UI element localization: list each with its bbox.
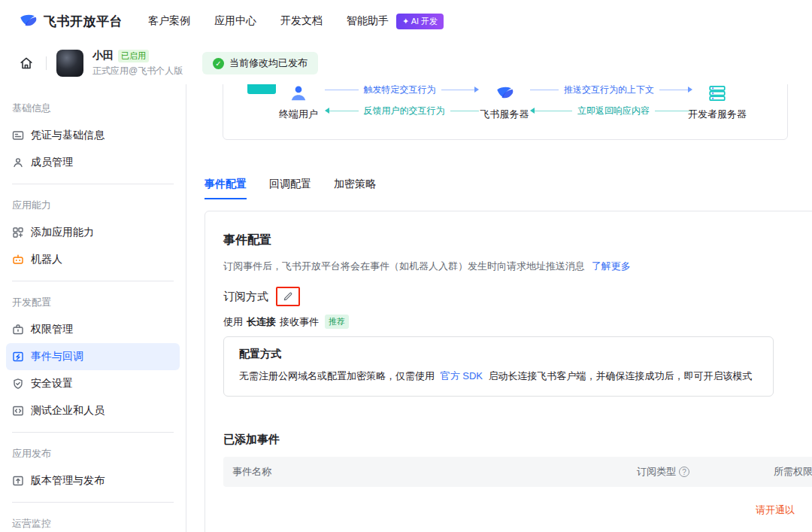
events-table-header: 事件名称 订阅类型 ? 所需权限 xyxy=(223,457,812,487)
column-required-permission: 所需权限 xyxy=(774,457,812,487)
brand[interactable]: 飞书开放平台 xyxy=(18,11,123,31)
sidebar-item-label: 安全设置 xyxy=(31,377,73,391)
event-callback-icon xyxy=(12,351,24,363)
subscription-mode-label: 订阅方式 xyxy=(223,290,268,304)
nav-item-docs[interactable]: 开发文档 xyxy=(280,14,323,28)
subscription-mode-row: 订阅方式 xyxy=(223,287,300,306)
annotation-red-box xyxy=(276,287,300,306)
top-nav-items: 客户案例 应用中心 开发文档 智能助手 xyxy=(148,14,389,28)
home-icon xyxy=(19,56,34,71)
app-subtitle: 正式应用@飞书个人版 xyxy=(92,65,189,78)
config-method-box: 配置方式 无需注册公网域名或配置加密策略，仅需使用 官方 SDK 启动长连接飞书… xyxy=(223,336,774,397)
brand-name: 飞书开放平台 xyxy=(44,13,123,30)
sidebar-item-label: 事件与回调 xyxy=(31,350,83,363)
current-mode-row: 使用 长连接 接收事件 推荐 xyxy=(223,315,349,329)
tab-event-config[interactable]: 事件配置 xyxy=(205,178,247,199)
sidebar-section-basic: 基础信息 xyxy=(0,95,186,122)
config-method-text: 无需注册公网域名或配置加密策略，仅需使用 官方 SDK 启动长连接飞书客户端，并… xyxy=(239,369,758,383)
sidebar-item-credentials[interactable]: 凭证与基础信息 xyxy=(6,122,180,149)
sidebar-item-label: 成员管理 xyxy=(31,156,73,169)
sidebar-item-members[interactable]: 成员管理 xyxy=(6,149,180,176)
divider xyxy=(12,502,174,503)
app-avatar xyxy=(56,50,83,77)
permission-notice: 请开通以 xyxy=(756,503,795,517)
recommend-badge: 推荐 xyxy=(325,315,349,329)
nav-item-app-center[interactable]: 应用中心 xyxy=(214,14,256,28)
node-label: 飞书服务器 xyxy=(480,108,529,121)
sidebar-section-release: 应用发布 xyxy=(0,440,186,467)
arrow-return-response: 立即返回响应内容 xyxy=(530,105,692,116)
sidebar-section-monitoring: 运营监控 xyxy=(0,510,186,532)
sidebar-item-version-release[interactable]: 版本管理与发布 xyxy=(6,467,180,494)
code-icon xyxy=(12,405,24,417)
learn-more-link[interactable]: 了解更多 xyxy=(592,260,631,272)
ai-dev-badge[interactable]: ✦ AI 开发 xyxy=(396,14,444,29)
sidebar-item-events-callbacks[interactable]: 事件与回调 xyxy=(6,343,180,370)
nav-item-assistant[interactable]: 智能助手 xyxy=(347,14,389,28)
divider xyxy=(46,56,47,70)
nav-item-cases[interactable]: 客户案例 xyxy=(148,14,190,28)
bot-icon xyxy=(12,254,24,266)
arrow-right-icon xyxy=(688,87,692,93)
diagram-node-developer-server: 开发者服务器 xyxy=(695,84,740,121)
sidebar-item-label: 凭证与基础信息 xyxy=(31,129,105,142)
add-capability-icon xyxy=(12,226,24,239)
sidebar-item-label: 机器人 xyxy=(31,253,62,266)
publish-status-banner: ✓ 当前修改均已发布 xyxy=(202,52,318,74)
column-event-name: 事件名称 xyxy=(232,457,271,487)
sidebar-item-bot[interactable]: 机器人 xyxy=(6,246,180,273)
help-icon[interactable]: ? xyxy=(679,467,689,477)
divider xyxy=(12,432,174,433)
node-label: 开发者服务器 xyxy=(688,108,747,121)
pencil-icon xyxy=(283,291,293,302)
tab-encryption-policy[interactable]: 加密策略 xyxy=(334,178,376,199)
node-label: 终端用户 xyxy=(279,108,318,121)
publish-icon xyxy=(12,475,24,487)
sidebar-item-test-users[interactable]: 测试企业和人员 xyxy=(6,397,180,424)
arrow-push-context: 推送交互行为的上下文 xyxy=(530,84,692,95)
sidebar-item-label: 添加应用能力 xyxy=(31,226,94,239)
edit-subscription-button[interactable] xyxy=(283,291,293,302)
sidebar-section-capability: 应用能力 xyxy=(0,192,186,219)
official-sdk-link[interactable]: 官方 SDK xyxy=(441,370,483,382)
server-icon xyxy=(707,84,727,103)
tab-callback-config[interactable]: 回调配置 xyxy=(269,178,311,199)
config-method-title: 配置方式 xyxy=(239,348,758,361)
diagram-node-end-user: 终端用户 xyxy=(276,84,321,121)
credential-icon xyxy=(12,129,24,141)
mode-name: 长连接 xyxy=(247,315,276,329)
check-icon: ✓ xyxy=(213,58,224,69)
member-icon xyxy=(12,157,24,169)
config-tabs: 事件配置 回调配置 加密策略 xyxy=(205,178,376,199)
diagram-node-feishu-server: 飞书服务器 xyxy=(482,84,527,121)
arrow-right-icon xyxy=(474,87,479,93)
sidebar-item-label: 测试企业和人员 xyxy=(31,404,105,418)
added-events-title: 已添加事件 xyxy=(223,433,280,447)
permission-icon xyxy=(12,324,24,336)
sidebar-item-permissions[interactable]: 权限管理 xyxy=(6,316,180,343)
sidebar-item-label: 权限管理 xyxy=(31,323,73,336)
arrow-feedback: 反馈用户的交互行为 xyxy=(325,105,479,116)
shield-check-icon xyxy=(12,378,24,390)
sidebar-item-security[interactable]: 安全设置 xyxy=(6,370,180,397)
panel-title: 事件配置 xyxy=(223,233,271,248)
top-navbar: 飞书开放平台 客户案例 应用中心 开发文档 智能助手 ✦ AI 开发 xyxy=(0,0,812,42)
app-name: 小田 xyxy=(92,49,114,62)
panel-description: 订阅事件后，飞书开放平台将会在事件（如机器人入群）发生时向请求地址推送消息 了解… xyxy=(223,260,631,273)
sidebar-section-dev-config: 开发配置 xyxy=(0,289,186,316)
publish-status-text: 当前修改均已发布 xyxy=(229,56,308,70)
feishu-logo-icon xyxy=(495,84,514,103)
event-config-panel: 事件配置 订阅事件后，飞书开放平台将会在事件（如机器人入群）发生时向请求地址推送… xyxy=(205,211,812,532)
user-icon xyxy=(289,84,308,103)
enabled-badge: 已启用 xyxy=(118,50,149,62)
app-header-bar: 小田 已启用 正式应用@飞书个人版 ✓ 当前修改均已发布 xyxy=(0,42,812,84)
sidebar-item-add-capability[interactable]: 添加应用能力 xyxy=(6,219,180,246)
sidebar-item-label: 版本管理与发布 xyxy=(31,474,105,488)
column-subscription-type: 订阅类型 ? xyxy=(637,457,689,487)
divider xyxy=(12,184,174,184)
arrow-trigger: 触发特定交互行为 xyxy=(325,84,479,95)
feishu-logo-icon xyxy=(18,11,38,31)
home-button[interactable] xyxy=(17,53,36,73)
sidebar: 基础信息 凭证与基础信息 成员管理 应用能力 添加应用能力 机器人 开发配置 权… xyxy=(0,84,186,532)
app-meta: 小田 已启用 正式应用@飞书个人版 xyxy=(92,49,189,78)
